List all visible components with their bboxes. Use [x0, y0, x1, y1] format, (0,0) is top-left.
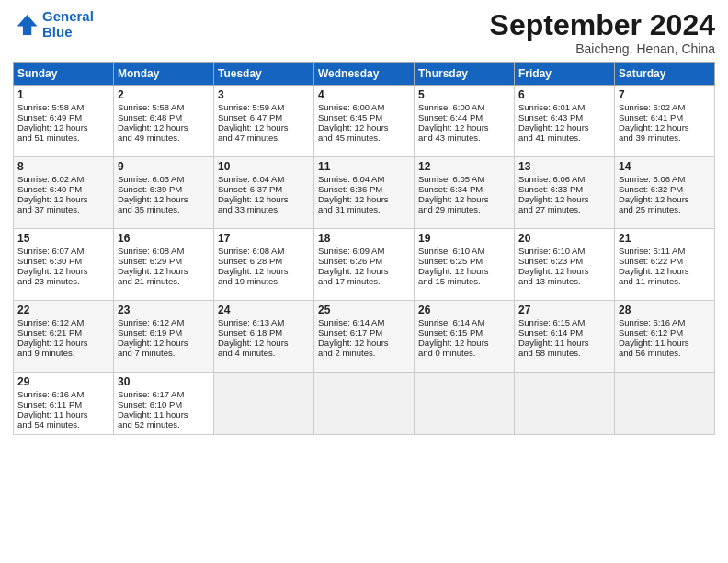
table-row: 20 Sunrise: 6:10 AMSunset: 6:23 PMDaylig…	[515, 229, 615, 301]
calendar-week: 15 Sunrise: 6:07 AMSunset: 6:30 PMDaylig…	[14, 229, 715, 301]
cell-content: Sunrise: 6:10 AMSunset: 6:25 PMDaylight:…	[418, 246, 489, 286]
table-row: 25 Sunrise: 6:14 AMSunset: 6:17 PMDaylig…	[314, 301, 415, 373]
table-row: 5 Sunrise: 6:00 AMSunset: 6:44 PMDayligh…	[415, 86, 515, 157]
month-title: September 2024	[490, 9, 715, 41]
day-number: 1	[17, 88, 109, 101]
cell-content: Sunrise: 6:04 AMSunset: 6:36 PMDaylight:…	[318, 174, 389, 214]
calendar-week: 29 Sunrise: 6:16 AMSunset: 6:11 PMDaylig…	[14, 373, 715, 435]
day-number: 21	[619, 232, 711, 245]
day-number: 9	[118, 160, 210, 173]
table-row: 16 Sunrise: 6:08 AMSunset: 6:29 PMDaylig…	[114, 229, 214, 301]
cell-content: Sunrise: 6:02 AMSunset: 6:41 PMDaylight:…	[619, 102, 689, 143]
col-thursday: Thursday	[415, 63, 515, 86]
col-wednesday: Wednesday	[314, 63, 415, 86]
calendar-header: Sunday Monday Tuesday Wednesday Thursday…	[14, 63, 715, 86]
page-container: General Blue September 2024 Baicheng, He…	[0, 0, 728, 444]
day-number: 13	[518, 160, 610, 173]
empty-cell	[314, 373, 415, 435]
day-number: 29	[17, 375, 109, 388]
header: General Blue September 2024 Baicheng, He…	[13, 9, 715, 56]
table-row: 8 Sunrise: 6:02 AMSunset: 6:40 PMDayligh…	[14, 157, 114, 229]
title-block: September 2024 Baicheng, Henan, China	[490, 9, 715, 56]
day-number: 17	[218, 232, 310, 245]
day-number: 22	[17, 304, 109, 316]
table-row: 22 Sunrise: 6:12 AMSunset: 6:21 PMDaylig…	[14, 301, 114, 373]
cell-content: Sunrise: 6:16 AMSunset: 6:11 PMDaylight:…	[17, 389, 88, 430]
cell-content: Sunrise: 5:59 AMSunset: 6:47 PMDaylight:…	[218, 102, 289, 143]
cell-content: Sunrise: 6:00 AMSunset: 6:44 PMDaylight:…	[418, 102, 489, 143]
cell-content: Sunrise: 6:12 AMSunset: 6:21 PMDaylight:…	[17, 317, 88, 358]
calendar-table: Sunday Monday Tuesday Wednesday Thursday…	[13, 62, 715, 435]
cell-content: Sunrise: 6:00 AMSunset: 6:45 PMDaylight:…	[318, 102, 389, 143]
day-number: 27	[518, 304, 610, 316]
cell-content: Sunrise: 6:17 AMSunset: 6:10 PMDaylight:…	[118, 389, 188, 430]
day-number: 14	[619, 160, 711, 173]
location-subtitle: Baicheng, Henan, China	[490, 41, 715, 56]
table-row: 3 Sunrise: 5:59 AMSunset: 6:47 PMDayligh…	[214, 86, 314, 157]
table-row: 26 Sunrise: 6:14 AMSunset: 6:15 PMDaylig…	[415, 301, 515, 373]
day-number: 23	[118, 304, 210, 316]
table-row: 15 Sunrise: 6:07 AMSunset: 6:30 PMDaylig…	[14, 229, 114, 301]
col-friday: Friday	[515, 63, 615, 86]
day-number: 5	[418, 88, 510, 101]
day-number: 20	[518, 232, 610, 245]
col-sunday: Sunday	[14, 63, 114, 86]
table-row: 2 Sunrise: 5:58 AMSunset: 6:48 PMDayligh…	[114, 86, 214, 157]
calendar-week: 22 Sunrise: 6:12 AMSunset: 6:21 PMDaylig…	[14, 301, 715, 373]
table-row: 21 Sunrise: 6:11 AMSunset: 6:22 PMDaylig…	[615, 229, 715, 301]
logo-blue: Blue	[42, 24, 73, 40]
table-row: 1 Sunrise: 5:58 AMSunset: 6:49 PMDayligh…	[14, 86, 114, 157]
cell-content: Sunrise: 6:16 AMSunset: 6:12 PMDaylight:…	[619, 317, 689, 358]
table-row: 11 Sunrise: 6:04 AMSunset: 6:36 PMDaylig…	[314, 157, 415, 229]
day-number: 12	[418, 160, 510, 173]
table-row: 9 Sunrise: 6:03 AMSunset: 6:39 PMDayligh…	[114, 157, 214, 229]
cell-content: Sunrise: 6:03 AMSunset: 6:39 PMDaylight:…	[118, 174, 188, 214]
day-number: 15	[17, 232, 109, 245]
table-row: 30 Sunrise: 6:17 AMSunset: 6:10 PMDaylig…	[114, 373, 214, 435]
cell-content: Sunrise: 6:08 AMSunset: 6:29 PMDaylight:…	[118, 246, 188, 286]
calendar-week: 1 Sunrise: 5:58 AMSunset: 6:49 PMDayligh…	[14, 86, 715, 157]
cell-content: Sunrise: 6:11 AMSunset: 6:22 PMDaylight:…	[619, 246, 689, 286]
table-row: 28 Sunrise: 6:16 AMSunset: 6:12 PMDaylig…	[615, 301, 715, 373]
cell-content: Sunrise: 6:01 AMSunset: 6:43 PMDaylight:…	[518, 102, 589, 143]
cell-content: Sunrise: 6:13 AMSunset: 6:18 PMDaylight:…	[218, 317, 289, 358]
day-number: 4	[318, 88, 410, 101]
day-number: 18	[318, 232, 410, 245]
col-tuesday: Tuesday	[214, 63, 314, 86]
svg-marker-0	[17, 15, 38, 35]
cell-content: Sunrise: 5:58 AMSunset: 6:48 PMDaylight:…	[118, 102, 188, 143]
cell-content: Sunrise: 6:02 AMSunset: 6:40 PMDaylight:…	[17, 174, 88, 214]
table-row: 17 Sunrise: 6:08 AMSunset: 6:28 PMDaylig…	[214, 229, 314, 301]
day-number: 10	[218, 160, 310, 173]
table-row: 24 Sunrise: 6:13 AMSunset: 6:18 PMDaylig…	[214, 301, 314, 373]
cell-content: Sunrise: 6:12 AMSunset: 6:19 PMDaylight:…	[118, 317, 188, 358]
cell-content: Sunrise: 6:14 AMSunset: 6:15 PMDaylight:…	[418, 317, 489, 358]
cell-content: Sunrise: 6:15 AMSunset: 6:14 PMDaylight:…	[518, 317, 589, 358]
cell-content: Sunrise: 6:09 AMSunset: 6:26 PMDaylight:…	[318, 246, 389, 286]
table-row: 6 Sunrise: 6:01 AMSunset: 6:43 PMDayligh…	[515, 86, 615, 157]
cell-content: Sunrise: 6:08 AMSunset: 6:28 PMDaylight:…	[218, 246, 289, 286]
cell-content: Sunrise: 6:07 AMSunset: 6:30 PMDaylight:…	[17, 246, 88, 286]
cell-content: Sunrise: 6:06 AMSunset: 6:33 PMDaylight:…	[518, 174, 589, 214]
table-row: 23 Sunrise: 6:12 AMSunset: 6:19 PMDaylig…	[114, 301, 214, 373]
cell-content: Sunrise: 6:05 AMSunset: 6:34 PMDaylight:…	[418, 174, 489, 214]
calendar-week: 8 Sunrise: 6:02 AMSunset: 6:40 PMDayligh…	[14, 157, 715, 229]
empty-cell	[214, 373, 314, 435]
table-row: 10 Sunrise: 6:04 AMSunset: 6:37 PMDaylig…	[214, 157, 314, 229]
cell-content: Sunrise: 5:58 AMSunset: 6:49 PMDaylight:…	[17, 102, 88, 143]
cell-content: Sunrise: 6:04 AMSunset: 6:37 PMDaylight:…	[218, 174, 289, 214]
calendar-body: 1 Sunrise: 5:58 AMSunset: 6:49 PMDayligh…	[14, 86, 715, 435]
table-row: 12 Sunrise: 6:05 AMSunset: 6:34 PMDaylig…	[415, 157, 515, 229]
day-number: 24	[218, 304, 310, 316]
table-row: 19 Sunrise: 6:10 AMSunset: 6:25 PMDaylig…	[415, 229, 515, 301]
col-saturday: Saturday	[615, 63, 715, 86]
table-row: 7 Sunrise: 6:02 AMSunset: 6:41 PMDayligh…	[615, 86, 715, 157]
empty-cell	[415, 373, 515, 435]
day-number: 19	[418, 232, 510, 245]
day-number: 2	[118, 88, 210, 101]
logo-text: General Blue	[42, 9, 94, 40]
cell-content: Sunrise: 6:06 AMSunset: 6:32 PMDaylight:…	[619, 174, 689, 214]
table-row: 18 Sunrise: 6:09 AMSunset: 6:26 PMDaylig…	[314, 229, 415, 301]
day-number: 7	[619, 88, 711, 101]
day-number: 25	[318, 304, 410, 316]
